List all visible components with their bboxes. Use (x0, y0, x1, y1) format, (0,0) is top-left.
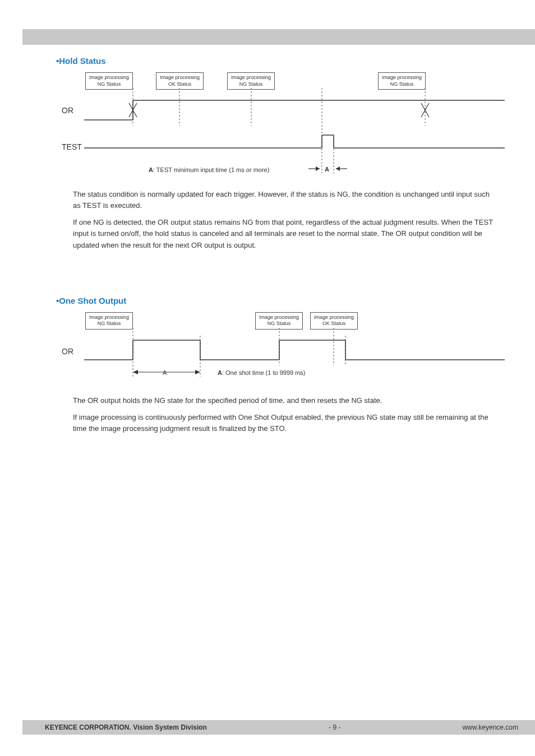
svg-marker-21 (336, 166, 340, 171)
header-bar (22, 29, 535, 45)
timing-svg (73, 72, 505, 179)
hold-caption: A: TEST minimum input time (1 ms or more… (149, 166, 269, 173)
hold-para-1: The status condition is normally updated… (73, 189, 496, 211)
caption-text: : One shot time (1 to 9999 ms) (222, 369, 306, 376)
oneshot-para-1: The OR output holds the NG state for the… (73, 395, 496, 406)
or-label: OR (62, 106, 73, 115)
oneshot-heading: •One Shot Output (56, 296, 501, 305)
caption-prefix: A (149, 166, 153, 173)
page-content: •Hold Status Image processing NG Status … (56, 56, 501, 440)
oneshot-para-2: If image processing is continuously perf… (73, 412, 496, 434)
svg-marker-37 (133, 370, 138, 374)
caption-text: : TEST minimum input time (1 ms or more) (153, 166, 269, 173)
hold-status-diagram: Image processing NG Status Image process… (73, 72, 505, 179)
footer-url: www.keyence.com (463, 723, 518, 731)
or-label: OR (62, 347, 73, 356)
hold-status-heading: •Hold Status (56, 56, 501, 66)
caption-prefix: A (218, 369, 222, 376)
footer-bar: KEYENCE CORPORATION. Vision System Divis… (22, 720, 535, 735)
a-marker: A (325, 166, 329, 173)
oneshot-diagram: Image processing NG Status Image process… (73, 312, 505, 385)
oneshot-caption: A: One shot time (1 to 9999 ms) (218, 369, 306, 376)
svg-marker-19 (316, 166, 320, 171)
hold-para-2: If one NG is detected, the OR output sta… (73, 217, 496, 251)
a-marker: A (163, 369, 167, 376)
footer-company: KEYENCE CORPORATION. Vision System Divis… (45, 723, 207, 731)
svg-marker-38 (195, 370, 200, 374)
footer-page-number: - 9 - (207, 723, 463, 731)
